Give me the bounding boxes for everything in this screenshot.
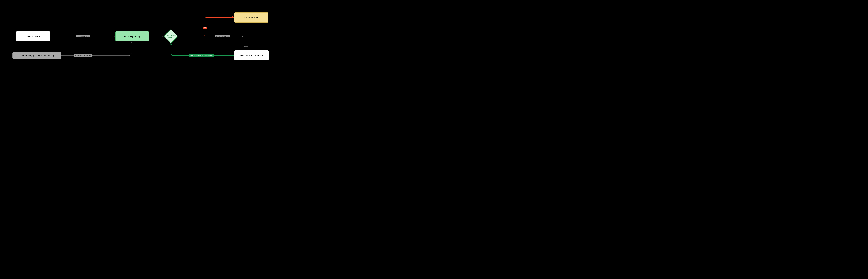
edge-label-save-list: save list to storage xyxy=(215,35,230,37)
edge-save-to-localdb-top xyxy=(203,36,248,46)
node-media-gallery: MediaGallery xyxy=(16,31,50,41)
node-local-db: LocalNoSQLDataBase xyxy=(234,50,269,60)
label-infinity-event: MediaGallery: { infinity_scroll_event } xyxy=(20,54,54,57)
node-decision-cache: Exists data in cache? xyxy=(164,29,178,43)
edge-infinity-to-repo xyxy=(61,42,132,56)
edge-label-no: no xyxy=(203,27,207,29)
flow-diagram: MediaGallery ApodRepository Exists data … xyxy=(0,0,272,74)
label-media-gallery: MediaGallery xyxy=(27,35,40,38)
label-local-db: LocalNoSQLDataBase xyxy=(240,54,263,57)
node-nasa-api: NasaOpenAPI xyxy=(234,12,268,23)
label-apod-repo: ApodRepository xyxy=(124,35,140,38)
label-nasa-api: NasaOpenAPI xyxy=(244,16,258,19)
label-decision: Exists data in cache? xyxy=(164,34,178,38)
edge-label-request-initial: request initial data xyxy=(75,35,90,37)
edge-no-to-nasa xyxy=(203,17,234,36)
node-infinity-scroll-event: MediaGallery: { infinity_scroll_event } xyxy=(12,52,61,59)
edge-label-request-count: request data (count: 10) xyxy=(73,54,92,57)
edge-yes-push xyxy=(171,43,234,56)
edge-label-yes-push: yes/ push new data to storage list xyxy=(189,54,214,57)
node-apod-repository: ApodRepository xyxy=(116,31,149,41)
